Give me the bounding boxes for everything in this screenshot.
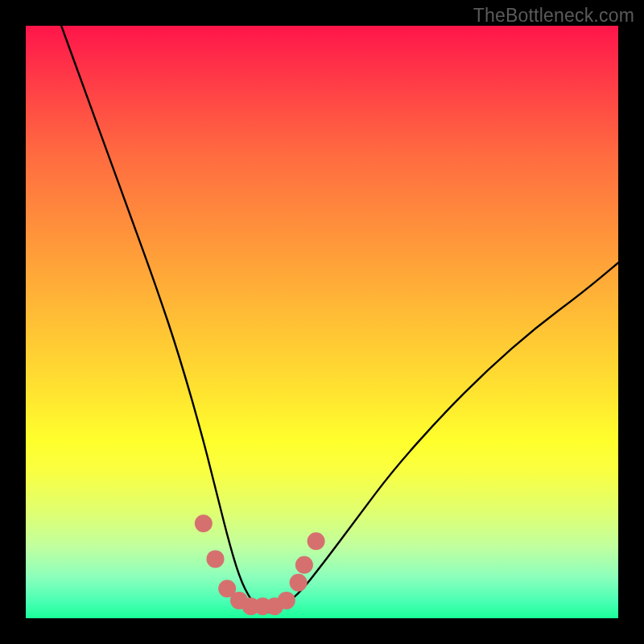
watermark-text: TheBottleneck.com [473,5,634,27]
plot-area [26,26,618,618]
chart-frame: TheBottleneck.com [0,0,644,644]
highlight-dot [195,514,213,532]
chart-svg [26,26,618,618]
highlight-dot [207,550,225,568]
highlight-dot [308,532,325,550]
highlight-dots [195,514,325,615]
highlight-dot [278,592,295,609]
highlight-dot [295,556,313,574]
highlight-dot [290,574,308,592]
bottleneck-curve [61,26,618,613]
